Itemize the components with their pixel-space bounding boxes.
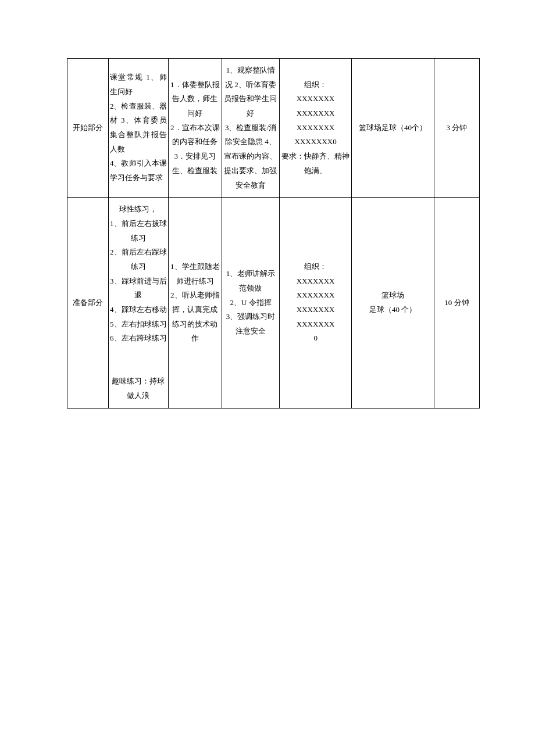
table-row: 准备部分 球性练习，1、前后左右拨球练习2、前后左右踩球练习3、踩球前进与后退4…	[67, 198, 480, 409]
student-cell: 1、学生跟随老师进行练习 2、听从老师指挥，认真完成练习的技术动作	[168, 198, 222, 409]
section-cell: 开始部分	[67, 59, 109, 198]
lesson-plan-table: 开始部分 课堂常规 1、师生问好2、检查服装、器材 3、体育委员集合整队并报告人…	[67, 58, 480, 409]
org-cell: 组织：XXXXXXXXXXXXXXXXXXXXXXXXXXXX0	[280, 198, 352, 409]
time-cell: 3 分钟	[434, 59, 479, 198]
equipment-cell: 篮球场足球（40 个）	[352, 198, 434, 409]
table-row: 开始部分 课堂常规 1、师生问好2、检查服装、器材 3、体育委员集合整队并报告人…	[67, 59, 480, 198]
equipment-cell: 篮球场足球（40个）	[352, 59, 434, 198]
org-cell: 组织：XXXXXXXXXXXXXXXXXXXXXXXXXXXX0要求：快静齐、精…	[280, 59, 352, 198]
section-cell: 准备部分	[67, 198, 109, 409]
teacher-cell: 1、老师讲解示范领做2、U 令指挥3、强调练习时注意安全	[222, 198, 279, 409]
time-cell: 10 分钟	[434, 198, 479, 409]
teacher-cell: 1、观察整队情况 2、听体育委员报告和学生问好3、检查服装/消除安全隐患 4、宣…	[222, 59, 279, 198]
content-cell: 球性练习，1、前后左右拨球练习2、前后左右踩球练习3、踩球前进与后退4、踩球左右…	[108, 198, 168, 409]
content-cell: 课堂常规 1、师生问好2、检查服装、器材 3、体育委员集合整队并报告人数4、教师…	[108, 59, 168, 198]
student-cell: 1．体委整队报告人数，师生问好2．宣布本次课的内容和任务3．安排见习生、检查服装	[168, 59, 222, 198]
